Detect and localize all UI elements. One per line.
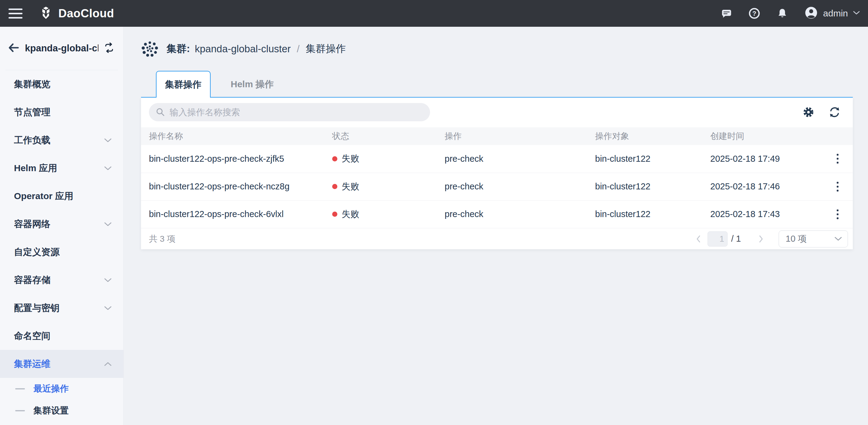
chevron-up-icon <box>104 362 112 366</box>
operation-name: bin-cluster122-ops-pre-check-6vlxl <box>141 200 332 228</box>
tab-bar: 集群操作 Helm 操作 <box>141 71 853 98</box>
created-cell: 2025-02-18 17:43 <box>710 200 823 228</box>
topbar: DaoCloud ? <box>0 0 868 27</box>
table-tools <box>802 106 841 118</box>
main-content: 集群: kpanda-global-cluster / 集群操作 集群操作 He… <box>124 27 868 425</box>
tab-panel: 操作名称 状态 操作 操作对象 创建时间 bin-cluster122-ops-… <box>141 98 853 249</box>
message-icon[interactable] <box>720 7 733 20</box>
cluster-dots-icon <box>141 40 159 58</box>
sidebar-subitem-cluster-settings[interactable]: 集群设置 <box>0 400 123 422</box>
sidebar: kpanda-global-cl... 集群概览 节点管理 工作负载 Helm … <box>0 27 124 425</box>
sidebar-item-custom-resources[interactable]: 自定义资源 <box>0 238 123 266</box>
col-created: 创建时间 <box>710 127 823 145</box>
status-cell: 失败 <box>332 200 445 228</box>
chevron-down-icon <box>104 306 112 310</box>
table-row: bin-cluster122-ops-pre-check-ncz8g 失败 pr… <box>141 173 853 200</box>
status-cell: 失败 <box>332 173 445 200</box>
sidebar-subitem-recent-operations[interactable]: 最近操作 <box>0 378 123 400</box>
content-card: 集群操作 Helm 操作 <box>141 71 853 249</box>
status-dot-failed <box>332 184 337 189</box>
username: admin <box>823 8 848 19</box>
search-box[interactable] <box>149 103 430 121</box>
breadcrumb-cluster[interactable]: kpanda-global-cluster <box>195 43 291 55</box>
user-menu[interactable]: admin <box>804 6 860 21</box>
table-footer: 共 3 项 1 / 1 10 项 <box>141 228 853 249</box>
tab-helm-operations[interactable]: Helm 操作 <box>211 71 294 98</box>
page-total: / 1 <box>731 234 741 244</box>
row-actions-kebab-icon[interactable] <box>830 151 845 166</box>
row-actions-kebab-icon[interactable] <box>830 207 845 222</box>
table-header-row: 操作名称 状态 操作 操作对象 创建时间 <box>141 127 853 145</box>
action-cell: pre-check <box>445 145 595 173</box>
col-action: 操作 <box>445 127 595 145</box>
svg-text:?: ? <box>752 10 756 17</box>
sidebar-menu: 集群概览 节点管理 工作负载 Helm 应用 Operator 应用 容器网络 … <box>0 70 123 425</box>
breadcrumb: 集群: kpanda-global-cluster / 集群操作 <box>124 27 868 71</box>
dash-icon <box>15 410 25 411</box>
row-actions-kebab-icon[interactable] <box>830 179 845 194</box>
status-dot-failed <box>332 212 337 217</box>
sidebar-item-container-network[interactable]: 容器网络 <box>0 210 123 238</box>
created-cell: 2025-02-18 17:49 <box>710 145 823 173</box>
page-number-input[interactable]: 1 <box>708 231 727 247</box>
col-operation-name: 操作名称 <box>141 127 332 145</box>
sidebar-item-config-secrets[interactable]: 配置与密钥 <box>0 294 123 322</box>
chevron-down-icon <box>104 222 112 226</box>
page-size-value: 10 项 <box>786 233 807 245</box>
action-cell: pre-check <box>445 200 595 228</box>
pagination: 1 / 1 10 项 <box>693 231 848 247</box>
prev-page-icon[interactable] <box>693 234 704 244</box>
hamburger-menu-icon[interactable] <box>0 0 28 27</box>
action-cell: pre-check <box>445 173 595 200</box>
operations-table: 操作名称 状态 操作 操作对象 创建时间 bin-cluster122-ops-… <box>141 127 853 228</box>
sidebar-header: kpanda-global-cl... <box>0 27 123 70</box>
sidebar-item-namespaces[interactable]: 命名空间 <box>0 322 123 350</box>
status-label: 失败 <box>342 181 359 191</box>
settings-gear-icon[interactable] <box>802 106 814 118</box>
total-count: 共 3 项 <box>149 233 175 245</box>
sidebar-item-helm-apps[interactable]: Helm 应用 <box>0 154 123 182</box>
refresh-icon[interactable] <box>829 106 841 118</box>
daocloud-cube-icon <box>39 6 53 21</box>
target-cell: bin-cluster122 <box>595 145 710 173</box>
help-icon[interactable]: ? <box>748 7 761 20</box>
table-row: bin-cluster122-ops-pre-check-zjfk5 失败 pr… <box>141 145 853 173</box>
status-cell: 失败 <box>332 145 445 173</box>
avatar <box>804 6 818 21</box>
created-cell: 2025-02-18 17:46 <box>710 173 823 200</box>
next-page-icon[interactable] <box>755 234 767 244</box>
chevron-down-icon <box>834 237 842 241</box>
breadcrumb-prefix: 集群: <box>166 42 190 56</box>
sidebar-item-cluster-ops[interactable]: 集群运维 <box>0 350 123 378</box>
back-arrow-icon[interactable] <box>7 41 20 55</box>
tab-cluster-operations[interactable]: 集群操作 <box>156 71 211 98</box>
target-cell: bin-cluster122 <box>595 200 710 228</box>
col-status: 状态 <box>332 127 445 145</box>
chevron-down-icon <box>104 166 112 171</box>
sidebar-item-operator-apps[interactable]: Operator 应用 <box>0 182 123 210</box>
breadcrumb-separator: / <box>297 43 300 55</box>
status-dot-failed <box>332 156 337 161</box>
search-input[interactable] <box>169 107 423 117</box>
cluster-name: kpanda-global-cl... <box>25 43 98 54</box>
table-row: bin-cluster122-ops-pre-check-6vlxl 失败 pr… <box>141 200 853 228</box>
chevron-down-icon <box>104 138 112 143</box>
breadcrumb-current: 集群操作 <box>306 42 346 56</box>
page-size-select[interactable]: 10 项 <box>779 231 848 247</box>
operation-name: bin-cluster122-ops-pre-check-zjfk5 <box>141 145 332 173</box>
switch-cluster-icon[interactable] <box>103 42 115 54</box>
sidebar-item-container-storage[interactable]: 容器存储 <box>0 266 123 294</box>
topbar-actions: ? admin <box>720 6 860 21</box>
dash-icon <box>15 388 25 389</box>
brand-name: DaoCloud <box>58 7 114 20</box>
status-label: 失败 <box>342 154 359 163</box>
sidebar-item-workloads[interactable]: 工作负载 <box>0 126 123 154</box>
sidebar-item-cluster-overview[interactable]: 集群概览 <box>0 70 123 98</box>
brand-logo[interactable]: DaoCloud <box>39 6 114 21</box>
sidebar-item-node-management[interactable]: 节点管理 <box>0 98 123 126</box>
table-toolbar <box>141 98 853 127</box>
notification-bell-icon[interactable] <box>776 7 788 20</box>
operation-name: bin-cluster122-ops-pre-check-ncz8g <box>141 173 332 200</box>
search-icon <box>156 107 165 117</box>
chevron-down-icon <box>853 11 860 16</box>
